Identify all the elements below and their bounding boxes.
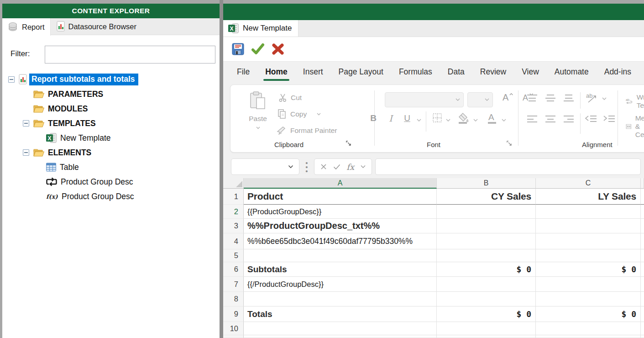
clipboard-dialog-launcher-icon[interactable] <box>346 140 351 148</box>
chevron-down-icon[interactable] <box>446 119 450 122</box>
cell-a5[interactable] <box>244 249 437 262</box>
cell-c5[interactable] <box>536 249 641 262</box>
cell-b3[interactable] <box>437 219 536 233</box>
cell-c1[interactable]: LY Sales <box>536 189 641 205</box>
ribbon-tab-add-ins[interactable]: Add-ins <box>604 67 631 77</box>
tree-item-modules[interactable]: MODULES <box>2 101 220 116</box>
cell-a1[interactable]: Product <box>244 189 437 205</box>
ribbon-tab-automate[interactable]: Automate <box>555 67 589 77</box>
filter-input[interactable] <box>45 46 215 63</box>
cell-b9[interactable]: $ 0 <box>437 306 536 322</box>
format-painter-button[interactable]: Format Painter <box>277 126 337 135</box>
copy-button[interactable]: Copy <box>277 109 321 119</box>
cell-b1[interactable]: CY Sales <box>437 189 536 205</box>
column-header-c[interactable]: C <box>536 178 641 189</box>
row-header-active[interactable]: 2 <box>223 205 244 219</box>
underline-button[interactable]: U <box>401 113 413 123</box>
bottom-align-button[interactable] <box>563 94 575 102</box>
select-all-corner[interactable] <box>223 178 244 189</box>
cell-c7[interactable] <box>536 277 641 292</box>
cell-b4[interactable] <box>437 233 536 249</box>
tree-item-product-group-desc-fx[interactable]: f(x) Product Group Desc <box>2 189 220 204</box>
row-header[interactable]: 8 <box>223 292 244 306</box>
font-color-button[interactable]: A <box>486 111 498 124</box>
cell-a6[interactable]: Subtotals <box>244 262 437 277</box>
cell-a2[interactable]: {{ProductGroupDesc}} <box>244 205 437 219</box>
ribbon-tab-page-layout[interactable]: Page Layout <box>339 67 383 77</box>
tree-item-new-template[interactable]: X New Template <box>2 131 220 145</box>
cell-d7[interactable] <box>641 277 644 292</box>
bold-button[interactable]: B <box>367 113 379 123</box>
cancel-entry-icon[interactable] <box>320 164 327 170</box>
cell-c11[interactable] <box>536 335 641 338</box>
cell-c8[interactable] <box>536 292 641 306</box>
chevron-down-icon[interactable] <box>502 119 506 122</box>
name-box-input[interactable] <box>236 163 286 171</box>
chevron-down-icon[interactable] <box>473 119 478 122</box>
cell-b7[interactable] <box>437 277 536 292</box>
ribbon-tab-view[interactable]: View <box>522 67 539 77</box>
tree-item-product-group-desc-loop[interactable]: Product Group Desc <box>2 174 220 189</box>
chevron-down-icon[interactable] <box>361 165 366 169</box>
italic-button[interactable]: I <box>385 113 397 123</box>
cell-a10[interactable] <box>244 322 437 335</box>
font-name-select[interactable] <box>385 92 464 107</box>
accept-button[interactable] <box>251 43 265 55</box>
merge-center-button[interactable]: Merge & Center <box>626 114 644 139</box>
wrap-text-button[interactable]: ab Wrap Text <box>626 93 644 110</box>
cell-d1[interactable] <box>641 189 644 205</box>
cell-b5[interactable] <box>437 249 536 262</box>
middle-align-button[interactable] <box>545 94 556 102</box>
ribbon-tab-formulas[interactable]: Formulas <box>399 67 432 77</box>
align-right-button[interactable] <box>563 115 575 123</box>
cell-c9[interactable]: $ 0 <box>536 306 641 322</box>
increase-indent-button[interactable] <box>603 115 616 123</box>
ribbon-tab-data[interactable]: Data <box>448 67 465 77</box>
font-size-select[interactable] <box>467 92 493 107</box>
cancel-button[interactable] <box>272 43 284 55</box>
confirm-entry-icon[interactable] <box>333 164 340 169</box>
ribbon-tab-insert[interactable]: Insert <box>303 67 323 77</box>
cell-c3[interactable] <box>536 219 641 233</box>
row-header[interactable] <box>223 335 244 338</box>
ribbon-tab-home[interactable]: Home <box>265 67 288 77</box>
cell-b11[interactable] <box>437 335 536 338</box>
row-header[interactable]: 5 <box>223 249 244 262</box>
cell-b2[interactable] <box>437 205 536 219</box>
cell-d2[interactable] <box>641 205 644 219</box>
cell-d10[interactable] <box>641 322 644 335</box>
tree-item-table[interactable]: Table <box>2 160 220 174</box>
cell-a3[interactable]: %%ProductGroupDesc_txt%% <box>244 219 437 233</box>
row-header[interactable]: 1 <box>223 189 244 205</box>
tab-datasource-browser[interactable]: Datasource Browser <box>51 18 142 35</box>
cell-b10[interactable] <box>437 322 536 335</box>
tree-item-report-root[interactable]: Report subtotals and totals <box>2 72 220 87</box>
collapse-toggle-icon[interactable] <box>23 149 29 156</box>
cell-d4[interactable] <box>641 233 644 249</box>
tab-new-template[interactable]: X New Template <box>223 20 298 37</box>
cell-a7[interactable]: {{/ProductGroupDesc}} <box>244 277 437 292</box>
ribbon-tab-review[interactable]: Review <box>480 67 506 77</box>
orientation-button[interactable]: ab <box>586 91 598 104</box>
top-align-button[interactable] <box>526 94 538 102</box>
cell-a8[interactable] <box>244 292 437 306</box>
cell-d6[interactable] <box>641 262 644 277</box>
cell-d11[interactable] <box>641 335 644 338</box>
cell-d5[interactable] <box>641 249 644 262</box>
chevron-down-icon[interactable] <box>417 119 421 122</box>
align-left-button[interactable] <box>526 115 538 123</box>
column-header-d[interactable] <box>641 178 644 189</box>
cell-b8[interactable] <box>437 292 536 306</box>
collapse-toggle-icon[interactable] <box>8 76 15 83</box>
cell-a9[interactable]: Totals <box>244 306 437 322</box>
cell-d8[interactable] <box>641 292 644 306</box>
cell-a4[interactable]: %%b6ee65dbc3e041f49c60daf77795b330%% <box>244 233 437 249</box>
column-header-a[interactable]: A <box>244 178 437 189</box>
cell-a11[interactable] <box>244 335 437 338</box>
cell-c4[interactable] <box>536 233 641 249</box>
align-center-button[interactable] <box>545 115 556 123</box>
row-header[interactable]: 10 <box>223 322 244 335</box>
row-header[interactable]: 3 <box>223 219 244 233</box>
row-header[interactable]: 9 <box>223 306 244 322</box>
row-header[interactable]: 4 <box>223 233 244 249</box>
